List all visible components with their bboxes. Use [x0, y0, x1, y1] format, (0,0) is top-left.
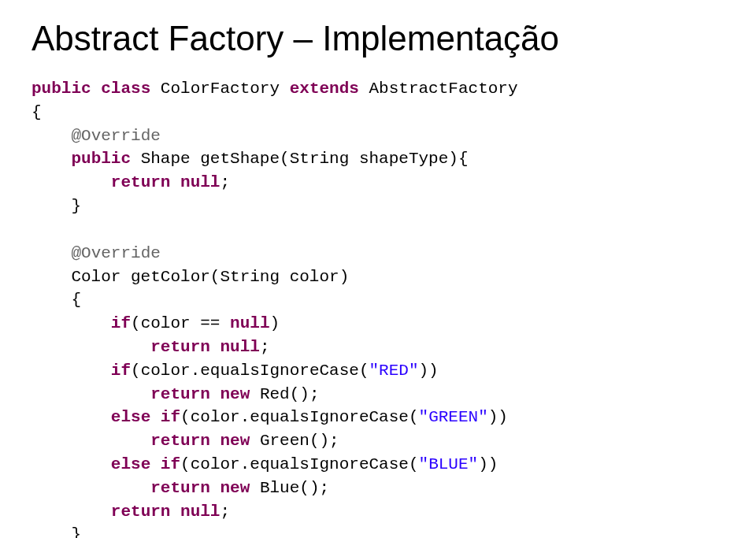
sp: [32, 385, 150, 403]
str: "RED": [369, 362, 419, 380]
slide: Abstract Factory – Implementação public …: [0, 0, 756, 538]
txt: Shape getShape(String shapeType){: [131, 150, 468, 168]
kw-if: if: [111, 314, 131, 332]
kw-return: return: [111, 503, 171, 521]
kw-null: null: [180, 503, 220, 521]
kw-else: else: [111, 455, 150, 473]
txt: (color.equalsIgnoreCase(: [180, 408, 418, 426]
sp: [150, 455, 161, 473]
txt: }: [32, 197, 81, 215]
kw-return: return: [150, 385, 210, 403]
sp: [32, 244, 71, 262]
txt: ;: [220, 173, 230, 191]
txt: )): [488, 408, 508, 426]
code-block: public class ColorFactory extends Abstra…: [32, 77, 724, 538]
sp: [32, 455, 111, 473]
txt: }: [32, 525, 81, 538]
sp: [210, 479, 220, 497]
kw-public: public: [71, 150, 131, 168]
txt: ): [270, 314, 280, 332]
txt: Blue();: [250, 479, 329, 497]
sp: [150, 408, 161, 426]
sp: [210, 432, 220, 450]
kw-if: if: [161, 455, 180, 473]
txt: Color getColor(String color): [32, 268, 349, 286]
sp: [32, 432, 150, 450]
sp: [210, 385, 220, 403]
txt: (color.equalsIgnoreCase(: [131, 362, 369, 380]
str: "GREEN": [419, 408, 488, 426]
txt: Red();: [250, 385, 319, 403]
sp: [32, 503, 111, 521]
kw-new: new: [220, 432, 250, 450]
str: "BLUE": [419, 455, 479, 473]
sp: [32, 173, 111, 191]
txt: )): [478, 455, 498, 473]
ann-override: @Override: [71, 244, 160, 262]
txt: (color ==: [131, 314, 230, 332]
sp: [32, 362, 111, 380]
txt: (color.equalsIgnoreCase(: [180, 455, 418, 473]
txt: )): [419, 362, 439, 380]
sp: [32, 479, 150, 497]
sp: [210, 338, 220, 356]
kw-return: return: [111, 173, 171, 191]
kw-public: public: [32, 80, 91, 98]
kw-null: null: [230, 314, 269, 332]
kw-null: null: [180, 173, 220, 191]
txt: Green();: [250, 432, 339, 450]
kw-return: return: [150, 338, 210, 356]
kw-class: class: [101, 80, 150, 98]
txt: ;: [220, 503, 230, 521]
sp: [32, 314, 111, 332]
ann-override: @Override: [71, 127, 160, 145]
kw-return: return: [150, 479, 210, 497]
kw-return: return: [150, 432, 210, 450]
txt: ColorFactory: [150, 80, 289, 98]
kw-extends: extends: [290, 80, 359, 98]
slide-title: Abstract Factory – Implementação: [32, 19, 724, 58]
sp: [32, 150, 71, 168]
kw-null: null: [220, 338, 259, 356]
sp: [32, 408, 111, 426]
txt: ;: [260, 338, 270, 356]
kw-if: if: [111, 362, 131, 380]
txt: {: [32, 103, 42, 121]
sp: [170, 503, 180, 521]
kw-if: if: [161, 408, 180, 426]
sp: [91, 80, 102, 98]
sp: [32, 127, 71, 145]
kw-new: new: [220, 385, 250, 403]
sp: [170, 173, 180, 191]
txt: AbstractFactory: [359, 80, 518, 98]
kw-else: else: [111, 408, 150, 426]
kw-new: new: [220, 479, 250, 497]
txt: {: [32, 291, 81, 309]
sp: [32, 338, 150, 356]
